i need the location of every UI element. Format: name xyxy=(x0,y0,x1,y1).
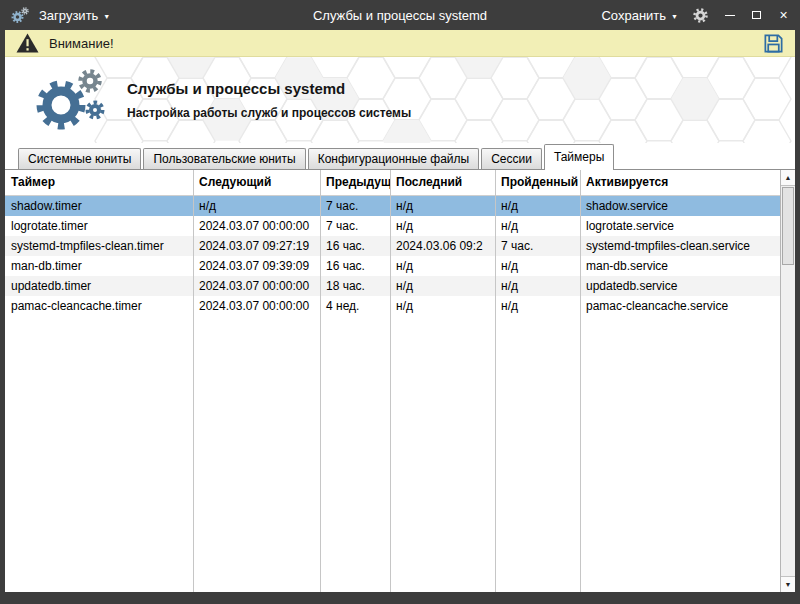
table-cell: pamac-cleancache.service xyxy=(580,296,780,316)
table-cell: 2024.03.07 00:00:00 xyxy=(193,276,320,296)
table-row[interactable]: updatedb.timer 2024.03.07 00:00:00 18 ча… xyxy=(5,276,780,296)
timers-table: Таймер Следующий Предыдущ Последний Прой… xyxy=(5,170,780,592)
table-cell: н/д xyxy=(193,196,320,216)
table-cell: shadow.service xyxy=(580,196,780,216)
table-cell: updatedb.service xyxy=(580,276,780,296)
table-cell: 18 час. xyxy=(320,276,390,296)
maximize-icon xyxy=(752,11,761,19)
scroll-down-button[interactable]: ▼ xyxy=(781,576,795,592)
table-row[interactable]: pamac-cleancache.timer 2024.03.07 00:00:… xyxy=(5,296,780,316)
table-cell: 2024.03.07 09:39:09 xyxy=(193,256,320,276)
table-cell: systemd-tmpfiles-clean.timer xyxy=(5,236,193,256)
save-button-label: Сохранить xyxy=(601,8,666,23)
table-row[interactable]: logrotate.timer 2024.03.07 00:00:00 7 ча… xyxy=(5,216,780,236)
table-cell: updatedb.timer xyxy=(5,276,193,296)
save-button[interactable]: Сохранить ▼ xyxy=(601,8,678,23)
minimize-button[interactable] xyxy=(723,8,736,22)
tab-sessions[interactable]: Сессии xyxy=(481,148,542,169)
table-cell: shadow.timer xyxy=(5,196,193,216)
table-header: Таймер Следующий Предыдущ Последний Прой… xyxy=(5,170,780,196)
table-cell: 16 час. xyxy=(320,236,390,256)
app-icon xyxy=(10,6,30,25)
table-cell: 2024.03.07 09:27:19 xyxy=(193,236,320,256)
minimize-icon xyxy=(725,15,735,16)
tab-system-units[interactable]: Системные юниты xyxy=(18,148,141,169)
column-header-timer[interactable]: Таймер xyxy=(5,170,193,195)
tab-bar: Системные юниты Пользовательские юниты К… xyxy=(5,143,795,169)
page-header: Службы и процессы systemd Настройка рабо… xyxy=(5,57,795,143)
table-cell: н/д xyxy=(495,296,580,316)
table-cell: н/д xyxy=(495,216,580,236)
table-cell: н/д xyxy=(390,216,495,236)
table-cell: н/д xyxy=(495,256,580,276)
maximize-button[interactable] xyxy=(750,8,763,22)
table-cell: systemd-tmpfiles-clean.service xyxy=(580,236,780,256)
warning-text: Внимание! xyxy=(49,36,114,51)
tab-timers[interactable]: Таймеры xyxy=(544,144,614,170)
table-row[interactable]: systemd-tmpfiles-clean.timer 2024.03.07 … xyxy=(5,236,780,256)
table-cell: 16 час. xyxy=(320,256,390,276)
app-window: Загрузить ▼ Службы и процессы systemd Со… xyxy=(0,0,800,604)
table-cell: н/д xyxy=(390,196,495,216)
table-cell: logrotate.service xyxy=(580,216,780,236)
settings-gear-icon[interactable] xyxy=(692,7,709,24)
table-cell: 7 час. xyxy=(320,216,390,236)
chevron-down-icon: ▼ xyxy=(671,13,678,20)
table-cell: pamac-cleancache.timer xyxy=(5,296,193,316)
close-button[interactable]: × xyxy=(777,8,790,22)
table-row[interactable]: shadow.timer н/д 7 час. н/д н/д shadow.s… xyxy=(5,196,780,216)
table-row[interactable]: man-db.timer 2024.03.07 09:39:09 16 час.… xyxy=(5,256,780,276)
scroll-up-button[interactable]: ▲ xyxy=(781,170,795,186)
column-header-last[interactable]: Последний xyxy=(390,170,495,195)
table-cell: н/д xyxy=(495,196,580,216)
timers-panel: Таймер Следующий Предыдущ Последний Прой… xyxy=(5,169,795,592)
table-cell: 7 час. xyxy=(320,196,390,216)
table-cell: 2024.03.07 00:00:00 xyxy=(193,216,320,236)
warning-bar: Внимание! xyxy=(5,30,795,57)
load-button-label: Загрузить xyxy=(39,8,98,23)
table-cell: н/д xyxy=(390,296,495,316)
column-header-next[interactable]: Следующий xyxy=(193,170,320,195)
column-header-previous[interactable]: Предыдущ xyxy=(320,170,390,195)
tab-config-files[interactable]: Конфигурационные файлы xyxy=(308,148,479,169)
chevron-down-icon: ▼ xyxy=(103,13,110,20)
page-title: Службы и процессы systemd xyxy=(127,80,411,97)
table-cell: н/д xyxy=(390,256,495,276)
table-cell: 2024.03.07 00:00:00 xyxy=(193,296,320,316)
table-cell: н/д xyxy=(390,276,495,296)
titlebar: Загрузить ▼ Службы и процессы systemd Со… xyxy=(0,0,800,30)
tab-user-units[interactable]: Пользовательские юниты xyxy=(143,148,305,169)
page-subtitle: Настройка работы служб и процессов систе… xyxy=(127,106,411,120)
vertical-scrollbar[interactable]: ▲ ▼ xyxy=(780,170,795,592)
table-cell: logrotate.timer xyxy=(5,216,193,236)
scrollbar-thumb[interactable] xyxy=(782,187,794,265)
table-cell: 2024.03.06 09:2 xyxy=(390,236,495,256)
table-cell: н/д xyxy=(495,276,580,296)
column-header-activates[interactable]: Активируется xyxy=(580,170,780,195)
table-cell: 7 час. xyxy=(495,236,580,256)
table-cell: 4 нед. xyxy=(320,296,390,316)
table-cell: man-db.timer xyxy=(5,256,193,276)
save-file-icon[interactable] xyxy=(762,32,785,55)
column-header-passed[interactable]: Пройденный xyxy=(495,170,580,195)
table-cell: man-db.service xyxy=(580,256,780,276)
gears-logo-icon xyxy=(31,68,109,132)
warning-icon xyxy=(15,32,40,54)
window-content: Внимание! xyxy=(5,30,795,592)
load-button[interactable]: Загрузить ▼ xyxy=(39,8,110,23)
